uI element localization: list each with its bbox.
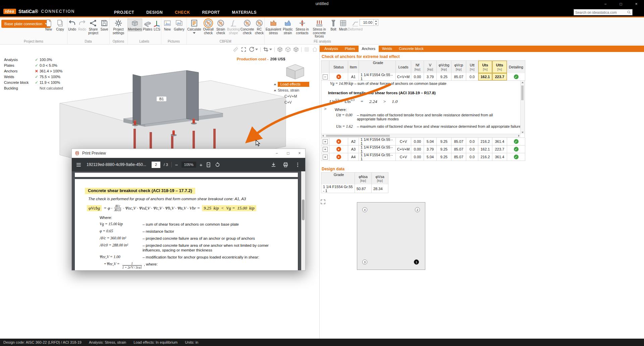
tab-report[interactable]: REPORT xyxy=(202,10,220,15)
rotate-page-icon[interactable] xyxy=(215,162,220,168)
zoom-out-icon[interactable]: − xyxy=(175,162,178,167)
stress-in-concrete-forces-button[interactable]: Stress in concrete forces xyxy=(310,18,329,39)
lcs-toggle-button[interactable]: LCS xyxy=(153,18,161,32)
concrete-check-button[interactable]: Concrete check xyxy=(240,18,254,35)
expand-row-button[interactable]: + xyxy=(323,139,328,144)
view-solid-icon[interactable] xyxy=(277,47,283,52)
equivalent-stress-button[interactable]: Equivalent stress xyxy=(266,18,281,39)
save-button[interactable]: Save xyxy=(99,18,109,35)
ribbon-group-labels: Members Plates LCS Labels xyxy=(127,17,161,44)
detail-vertical-scrollbar[interactable] xyxy=(520,81,525,134)
undo-button[interactable]: Undo xyxy=(67,18,77,35)
overall-check-button[interactable]: Overall check xyxy=(202,18,215,35)
pdf-content-area[interactable]: Concrete shear breakout check (ACI 318-1… xyxy=(72,171,305,270)
spinner-up-icon[interactable] xyxy=(375,20,377,22)
bolt-toggle-button[interactable]: Bolt xyxy=(329,18,338,39)
rc-check-button[interactable]: RC check xyxy=(254,18,264,35)
tab-check[interactable]: CHECK xyxy=(175,10,190,15)
ribbon-group-project-items: Base plate connection New Copy Project i… xyxy=(0,17,67,44)
results-tab-anchors[interactable]: Anchors xyxy=(359,46,379,52)
window-title: untitled xyxy=(316,1,329,6)
minimize-button[interactable]: − xyxy=(271,151,282,156)
navigation-cube[interactable] xyxy=(284,62,306,80)
close-button[interactable]: × xyxy=(294,151,305,156)
calculate-icon xyxy=(190,19,198,27)
scrollbar-thumb[interactable] xyxy=(326,135,390,137)
doc-where-item: • Ψec,V = 11 + 2e'V / 3ca1 , where: xyxy=(104,262,292,269)
orbit-icon[interactable] xyxy=(249,47,258,52)
check-row-plates: Plates ✓ 0.0 < 5.0% xyxy=(4,62,78,68)
pass-icon: ✓ xyxy=(34,57,40,62)
minimize-button[interactable]: − xyxy=(598,0,613,8)
overall-check-icon xyxy=(204,19,212,27)
table-row-a4: + × A4 1 1/4 F1554 Gr.55 - 1 C+V 0.00 5.… xyxy=(321,153,525,161)
search-input[interactable] xyxy=(574,10,627,14)
close-button[interactable]: × xyxy=(629,0,644,8)
anchor-marker-4[interactable]: 4 xyxy=(362,207,367,212)
pass-icon: ✓ xyxy=(34,80,40,85)
view-shaded-icon[interactable] xyxy=(293,47,299,52)
menu-icon[interactable] xyxy=(76,162,82,168)
tab-design[interactable]: DESIGN xyxy=(146,10,163,15)
strain-check-icon xyxy=(217,19,225,27)
new-item-button[interactable]: New xyxy=(43,18,54,32)
page-count: / 3 xyxy=(164,163,168,167)
group-label-pictures: Pictures xyxy=(161,40,186,43)
detail-horizontal-scrollbar[interactable] xyxy=(321,134,521,137)
results-tab-welds[interactable]: Welds xyxy=(379,46,395,52)
stress-in-contacts-button[interactable]: Stress in contacts xyxy=(294,18,310,39)
project-settings-button[interactable]: Project settings xyxy=(110,18,127,35)
tree-item-load-effects[interactable]: Load effects xyxy=(274,81,309,87)
tab-project[interactable]: PROJECT xyxy=(114,10,134,15)
anchor-marker-3[interactable]: 3 xyxy=(362,260,367,265)
section-crop-icon[interactable] xyxy=(263,47,272,52)
zoom-in-icon[interactable]: + xyxy=(200,162,203,167)
anchor-marker-2[interactable]: 2 xyxy=(415,207,420,212)
spinner-down-icon[interactable] xyxy=(375,23,377,25)
maximize-button[interactable]: □ xyxy=(282,151,294,156)
print-preview-titlebar[interactable]: Print Preview − □ × xyxy=(72,149,305,158)
results-section-title: Check of anchors for extreme load effect xyxy=(322,54,400,59)
print-preview-window[interactable]: Print Preview − □ × 192119ed-8880-4c99-9… xyxy=(71,149,306,271)
results-tab-concrete-block[interactable]: Concrete block xyxy=(395,46,427,52)
tree-item-cvm[interactable]: C+V+M xyxy=(274,93,309,99)
calculate-button[interactable]: Calculate xyxy=(186,18,202,35)
more-options-icon[interactable] xyxy=(295,162,301,168)
members-toggle-button[interactable]: Members xyxy=(127,18,142,32)
scrollbar-thumb[interactable] xyxy=(521,85,524,100)
detail-expand-chevron[interactable]: > xyxy=(324,106,327,111)
deformed-scale-spinner[interactable]: 10.00 xyxy=(360,19,378,26)
tab-materials[interactable]: MATERIALS xyxy=(232,10,257,15)
gallery-icon xyxy=(175,19,183,27)
results-tab-analysis[interactable]: Analysis xyxy=(321,46,341,52)
strain-check-button[interactable]: Strain check xyxy=(215,18,227,35)
new-picture-button[interactable]: New xyxy=(162,18,173,32)
scrollbar-thumb[interactable] xyxy=(302,199,305,220)
group-label-labels: Labels xyxy=(127,40,161,43)
results-tab-plates[interactable]: Plates xyxy=(341,46,359,52)
anchor-marker-1[interactable]: 1 xyxy=(414,260,419,265)
mesh-toggle-button[interactable]: Mesh xyxy=(338,18,348,39)
plastic-strain-button[interactable]: Plastic strain xyxy=(281,18,294,39)
expand-diagram-icon[interactable] xyxy=(320,199,326,205)
gallery-button[interactable]: Gallery xyxy=(173,18,185,32)
print-icon[interactable] xyxy=(283,162,288,168)
plates-toggle-button[interactable]: Plates xyxy=(142,18,153,32)
fit-to-page-icon[interactable] xyxy=(206,162,211,168)
zoom-extents-icon[interactable] xyxy=(241,47,247,52)
collapse-caret-icon[interactable] xyxy=(274,83,276,85)
collapse-caret-icon[interactable] xyxy=(274,90,276,91)
copy-item-button[interactable]: Copy xyxy=(54,18,66,32)
expand-row-button[interactable]: + xyxy=(323,155,328,160)
tree-item-stress-strain[interactable]: Stress, strain xyxy=(274,87,309,93)
page-number-input[interactable] xyxy=(152,162,160,168)
maximize-button[interactable]: □ xyxy=(613,0,629,8)
download-icon[interactable] xyxy=(271,162,276,168)
expand-row-button[interactable]: + xyxy=(323,147,328,152)
view-wireframe-icon[interactable] xyxy=(285,47,291,52)
pdf-scrollbar[interactable] xyxy=(301,171,305,270)
share-project-button[interactable]: Share project xyxy=(87,18,99,35)
collapse-row-button[interactable]: − xyxy=(323,74,328,79)
tree-item-cv[interactable]: C+V xyxy=(274,99,309,105)
measure-icon[interactable] xyxy=(233,47,238,52)
